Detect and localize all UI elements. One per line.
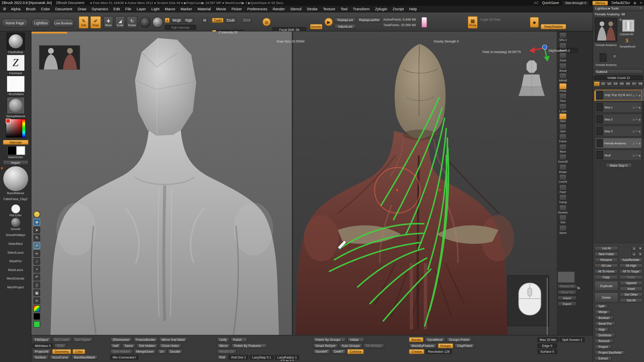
tray-item[interactable]: ClayBuildup (1, 33, 30, 53)
right-shelf-button[interactable]: Actual (557, 63, 568, 72)
edit-button[interactable]: ✎Edit (79, 16, 89, 28)
tray-item[interactable]: FabioPaiva_Clay2 (1, 194, 30, 203)
panel-scrollbar[interactable] (642, 88, 644, 138)
menu-item[interactable]: Tool (338, 7, 350, 11)
eye-icon[interactable]: ◉ (33, 219, 40, 225)
rotate-button[interactable]: ↻Rotate (127, 16, 137, 28)
black-swatch[interactable] (33, 313, 40, 320)
texture-thumbnail[interactable] (557, 271, 575, 283)
tray-item[interactable]: FreeHand (1, 55, 30, 74)
subtool-item[interactable]: Step 2 ◎✎◉ (595, 114, 642, 124)
shelf-button[interactable]: DelMT (332, 349, 346, 354)
subtool-action-button[interactable]: Merge (595, 310, 611, 314)
right-shelf-button[interactable]: L.Sym (557, 103, 568, 112)
m-chip[interactable]: M (202, 18, 207, 23)
shelf-button[interactable]: Surface (32, 355, 48, 360)
right-shelf-button[interactable]: Zoom3D (557, 154, 568, 163)
subtool-section-header[interactable]: Subtool (594, 69, 643, 74)
shelf-button[interactable]: BackfaceMask (72, 355, 98, 360)
panel-header[interactable]: Lightbox►Tools ✕ (594, 6, 643, 11)
shelf-button[interactable]: Polish By Groups (313, 337, 346, 342)
subtool-action-button[interactable]: AutoReorder (619, 258, 643, 262)
adjust-last-button[interactable]: AdjustLast (334, 24, 356, 29)
tool-thumb-female-anatomy[interactable] (595, 18, 617, 42)
delete-button[interactable]: Delete (594, 292, 618, 303)
subtool-item[interactable]: Female Anatomy ◎✎◉ (595, 138, 642, 149)
shelf-button[interactable]: Roll Dist 1 (229, 355, 249, 360)
texture-panel-button[interactable]: Import (557, 296, 577, 300)
subtool-version-tab[interactable]: V2 (600, 81, 606, 86)
shelf-button[interactable]: Mirror And Weld (159, 337, 187, 342)
menu-item[interactable]: Brush (23, 7, 38, 11)
subtool-version-tab[interactable]: V6 (625, 81, 631, 86)
gravity-icon[interactable] (421, 17, 427, 28)
menu-item[interactable]: Preferences (245, 7, 270, 11)
shelf-button[interactable]: Surface 0 (537, 349, 557, 354)
shelf-button[interactable]: Split Hidden (110, 349, 133, 354)
window-close-icon[interactable]: ✕ (639, 1, 642, 5)
menu-item[interactable]: Alpha (8, 7, 23, 11)
menu-item[interactable]: Draw (75, 7, 89, 11)
right-shelf-button[interactable]: Frame (557, 133, 568, 143)
subtool-action-button[interactable]: Paste (619, 275, 643, 280)
subtool-action-button[interactable]: All Low (594, 263, 618, 268)
right-shelf-button[interactable]: Qxyz (557, 113, 568, 122)
subtool-action-button[interactable]: Project BasRelief (595, 350, 625, 355)
zcut-button[interactable]: Zcut (242, 18, 252, 23)
zscript-label[interactable]: DefaultZScr (612, 1, 630, 5)
shelf-button[interactable]: Unify (217, 337, 229, 342)
menu-item[interactable]: Light (149, 7, 162, 11)
shelf-button[interactable]: Smart ReSym (313, 343, 338, 348)
menu-item[interactable]: Material (195, 7, 213, 11)
right-shelf-button[interactable]: Rotate (557, 164, 568, 173)
tray-item[interactable]: SwitchColor (1, 146, 30, 158)
lightbox-button[interactable]: LightBox (31, 19, 51, 28)
right-shelf-button[interactable]: Solo (557, 215, 568, 224)
tool-thumb-small[interactable] (600, 53, 606, 62)
tray-item[interactable]: MeshExtrude (1, 274, 30, 283)
draw-size-icon[interactable]: ◎ (262, 18, 271, 26)
home-page-button[interactable]: Home Page (2, 19, 28, 28)
panel-close-icon[interactable]: ✕ (639, 7, 642, 10)
palette-icon[interactable] (33, 305, 40, 312)
shelf-button[interactable]: Same (122, 343, 135, 348)
right-shelf-button[interactable]: PolyF (557, 184, 568, 193)
right-shelf-button[interactable]: SPix 3 (557, 32, 568, 41)
zsub-button[interactable]: Zsub (225, 18, 236, 23)
right-shelf-button[interactable]: Move (557, 144, 568, 153)
shelf-button[interactable]: Geometry (52, 349, 71, 354)
material-preview[interactable] (152, 17, 163, 28)
shelf-button[interactable]: Min Connected I (110, 355, 139, 360)
brush-icon[interactable]: ✐ (33, 242, 40, 249)
pen-icon[interactable]: ✎ (33, 235, 40, 241)
rgb-button[interactable]: Rgb (184, 18, 194, 23)
menu-item[interactable]: Zplugin (372, 7, 390, 11)
dot-icon[interactable]: • (33, 266, 40, 273)
zadd-button[interactable]: Zadd (212, 18, 223, 23)
pencil-icon[interactable]: ✏ (33, 250, 40, 257)
menu-item[interactable]: Macro (162, 7, 178, 11)
tray-item[interactable]: ~BrushAlpha (1, 76, 30, 96)
right-shelf-button[interactable]: Xpose (557, 225, 568, 234)
tray-item[interactable]: MaskLasso (1, 265, 30, 274)
shelf-button[interactable]: ProjectAll (32, 349, 51, 354)
subtool-version-tab[interactable]: V1 (594, 81, 600, 86)
subtool-action-button[interactable]: Boolean (595, 315, 613, 320)
folder-up-icon[interactable]: ▲ (632, 252, 637, 256)
subtool-action-button[interactable]: Copy (594, 275, 618, 280)
shelf-button[interactable]: Close Holes (159, 343, 181, 348)
subtool-action-button[interactable]: All High (619, 263, 643, 268)
dynamic-toggle[interactable]: Dynamic (310, 24, 322, 29)
shelf-button[interactable]: MaskByFeature (409, 343, 437, 348)
shelf-button[interactable]: Inflate (347, 337, 365, 342)
subtool-action-button[interactable]: Remesh (595, 339, 613, 343)
shelf-button[interactable]: Del Hidden (137, 343, 157, 348)
subtool-action-button[interactable]: Align (595, 327, 609, 332)
subtool-item[interactable]: Step 1 ◎✎◉ (595, 102, 642, 113)
subtool-action-button[interactable]: Bevel Pro (595, 321, 615, 326)
tray-item[interactable]: SelectRect (1, 239, 30, 248)
subtool-version-tab[interactable]: V7 (631, 81, 637, 86)
shelf-button[interactable]: MergeDown (134, 349, 156, 354)
draw-button[interactable]: ✐Draw (90, 16, 101, 28)
shelf-button[interactable]: Half (110, 343, 121, 348)
